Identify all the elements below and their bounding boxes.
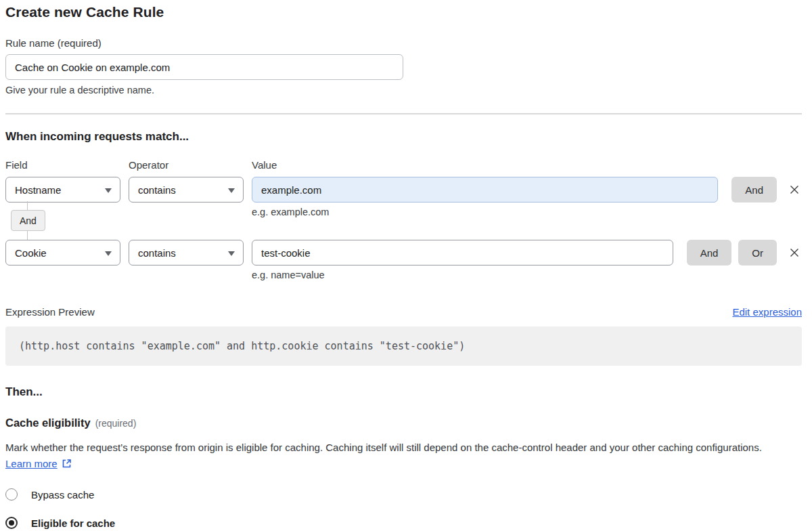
chevron-down-icon — [228, 188, 235, 193]
required-tag: (required) — [95, 418, 137, 429]
then-heading: Then... — [5, 385, 802, 399]
condition-row: Cookie contains e.g. name=value And Or — [5, 240, 802, 280]
field-select[interactable]: Cookie — [5, 240, 120, 266]
radio-option-eligible-for-cache[interactable]: Eligible for cache — [5, 517, 802, 529]
description-text: Mark whether the request’s response from… — [5, 442, 762, 453]
radio-selected-icon[interactable] — [5, 517, 18, 529]
close-icon — [788, 184, 800, 196]
and-button[interactable]: And — [687, 240, 732, 266]
create-cache-rule-form: Create new Cache Rule Rule name (require… — [5, 4, 802, 529]
value-input[interactable] — [252, 240, 673, 266]
radio-option-bypass-cache[interactable]: Bypass cache — [5, 488, 802, 501]
radio-unselected-icon[interactable] — [5, 488, 18, 501]
or-button[interactable]: Or — [738, 240, 777, 266]
field-select-value: Cookie — [15, 247, 47, 259]
value-column-label: Value — [252, 159, 802, 171]
match-heading: When incoming requests match... — [5, 130, 802, 144]
field-select-value: Hostname — [15, 184, 61, 196]
remove-condition-button[interactable] — [787, 245, 802, 260]
condition-column-headers: Field Operator Value — [5, 159, 802, 171]
external-link-icon — [62, 457, 72, 473]
edit-expression-link[interactable]: Edit expression — [732, 306, 802, 318]
operator-select[interactable]: contains — [129, 177, 244, 203]
page-title: Create new Cache Rule — [5, 4, 802, 20]
condition-row: Hostname contains e.g. example.com And — [5, 177, 802, 217]
close-icon — [788, 247, 800, 259]
chevron-down-icon — [105, 188, 112, 193]
and-button[interactable]: And — [731, 177, 777, 203]
condition-connector: And — [5, 201, 46, 240]
cache-eligibility-heading: Cache eligibility (required) — [5, 417, 802, 429]
value-input[interactable] — [252, 177, 718, 203]
connector-line — [27, 201, 28, 210]
row-actions: And Or — [680, 240, 802, 266]
cache-eligibility-description: Mark whether the request’s response from… — [5, 440, 787, 473]
rule-name-helper: Give your rule a descriptive name. — [5, 85, 802, 95]
cache-eligibility-title: Cache eligibility — [5, 417, 91, 429]
value-hint: e.g. example.com — [252, 207, 718, 217]
chevron-down-icon — [228, 251, 235, 256]
rule-name-section: Rule name (required) Give your rule a de… — [5, 37, 802, 95]
radio-label: Eligible for cache — [31, 517, 115, 529]
operator-select-value: contains — [138, 184, 176, 196]
operator-select[interactable]: contains — [129, 240, 244, 266]
remove-condition-button[interactable] — [787, 182, 802, 197]
value-column: e.g. name=value — [252, 240, 673, 280]
connector-and-button[interactable]: And — [11, 210, 45, 231]
operator-column-label: Operator — [129, 159, 244, 171]
operator-select-value: contains — [138, 247, 176, 259]
expression-preview-code: (http.host contains "example.com" and ht… — [5, 326, 802, 366]
rule-name-label: Rule name (required) — [5, 37, 802, 49]
radio-dot — [9, 520, 14, 526]
field-column-label: Field — [5, 159, 120, 171]
value-hint: e.g. name=value — [252, 270, 673, 280]
row-actions: And — [725, 177, 802, 203]
rule-name-input[interactable] — [5, 54, 403, 80]
learn-more-link[interactable]: Learn more — [5, 458, 58, 469]
section-divider — [5, 113, 802, 114]
radio-label: Bypass cache — [31, 489, 94, 501]
expression-header: Expression Preview Edit expression — [5, 306, 802, 318]
field-select[interactable]: Hostname — [5, 177, 120, 203]
value-column: e.g. example.com — [252, 177, 718, 217]
connector-line — [27, 231, 28, 240]
expression-preview-label: Expression Preview — [5, 306, 95, 318]
chevron-down-icon — [105, 251, 112, 256]
